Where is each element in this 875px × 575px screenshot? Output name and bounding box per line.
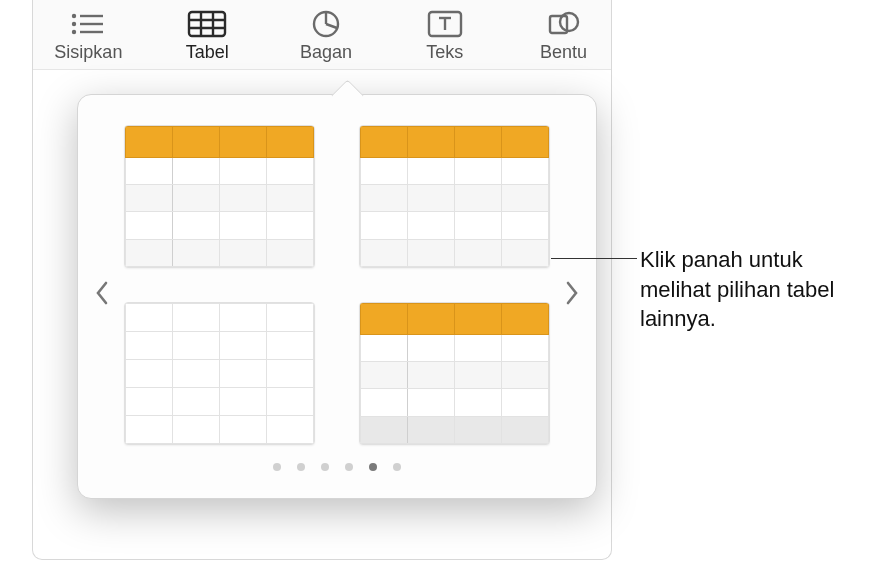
- svg-line-13: [326, 24, 337, 28]
- app-window: Sisipkan Tabel: [32, 0, 612, 560]
- page-dot[interactable]: [345, 463, 353, 471]
- toolbar-item-chart[interactable]: Bagan: [286, 10, 366, 63]
- table-style-grid: [124, 125, 550, 445]
- toolbar-item-text[interactable]: Teks: [405, 10, 485, 63]
- page-dot[interactable]: [297, 463, 305, 471]
- table-icon: [185, 10, 229, 38]
- page-dot[interactable]: [393, 463, 401, 471]
- svg-point-2: [72, 22, 76, 26]
- page-indicator: [124, 463, 550, 471]
- toolbar-item-table[interactable]: Tabel: [167, 10, 247, 63]
- next-page-button[interactable]: [558, 273, 586, 313]
- toolbar-item-shape[interactable]: Bentu: [524, 10, 604, 63]
- svg-point-18: [560, 13, 578, 31]
- svg-rect-6: [189, 12, 225, 36]
- toolbar-item-label: Sisipkan: [54, 42, 122, 63]
- page-dot[interactable]: [273, 463, 281, 471]
- toolbar-item-label: Bagan: [300, 42, 352, 63]
- text-icon: [423, 10, 467, 38]
- toolbar-item-label: Bentu: [540, 42, 587, 63]
- chart-icon: [304, 10, 348, 38]
- table-style-option[interactable]: [124, 125, 315, 268]
- page-dot[interactable]: [321, 463, 329, 471]
- callout-leader-line: [551, 258, 637, 259]
- table-styles-popover: [77, 94, 597, 499]
- list-icon: [66, 10, 110, 38]
- toolbar-item-label: Tabel: [186, 42, 229, 63]
- callout-text: Klik panah untuk melihat pilihan tabel l…: [640, 245, 855, 334]
- svg-point-4: [72, 30, 76, 34]
- table-style-option[interactable]: [359, 125, 550, 268]
- svg-point-0: [72, 14, 76, 18]
- toolbar: Sisipkan Tabel: [33, 0, 611, 70]
- table-style-option[interactable]: [359, 302, 550, 445]
- toolbar-item-insert[interactable]: Sisipkan: [48, 10, 128, 63]
- prev-page-button[interactable]: [88, 273, 116, 313]
- table-style-option[interactable]: [124, 302, 315, 445]
- toolbar-item-label: Teks: [426, 42, 463, 63]
- shape-icon: [542, 10, 586, 38]
- page-dot[interactable]: [369, 463, 377, 471]
